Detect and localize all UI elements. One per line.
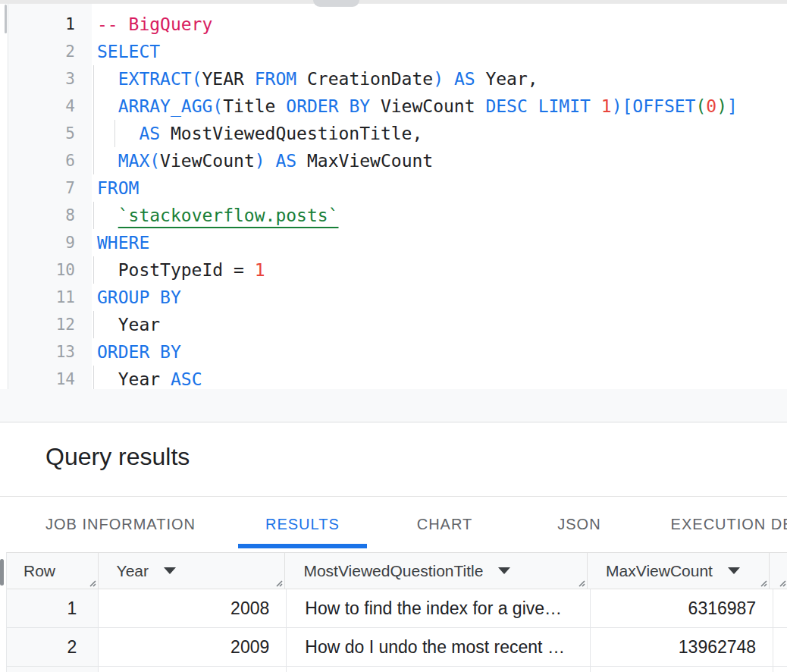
resize-grip-icon[interactable] [575, 576, 585, 587]
code-token: Title [223, 96, 275, 116]
column-header-mostviewedquestiontitle[interactable]: MostViewedQuestionTitle [285, 553, 588, 589]
table-row-partial [7, 667, 787, 672]
code-token: GROUP BY [97, 287, 181, 307]
line-number: 8 [8, 202, 92, 229]
results-tabs-bar: JOB INFORMATIONRESULTSCHARTJSONEXECUTION… [0, 496, 787, 552]
line-number: 1 [8, 11, 92, 38]
code-token: ORDER BY [97, 342, 181, 362]
indent-guide [93, 65, 94, 93]
tab-label: EXECUTION DETAILS [671, 516, 787, 533]
indent-guide [93, 366, 94, 389]
code-token: OFFSET [632, 96, 695, 116]
resize-grip-icon[interactable] [757, 576, 767, 587]
column-header-row[interactable]: Row [7, 553, 99, 589]
line-number: 7 [8, 174, 92, 202]
code-token [244, 69, 255, 89]
column-header-maxviewcount[interactable]: MaxViewCount [588, 553, 770, 589]
tab-results[interactable]: RESULTS [238, 497, 367, 552]
code-token: ORDER BY [286, 96, 370, 116]
code-line[interactable]: WHERE [92, 229, 787, 256]
sort-dropdown-arrow-icon[interactable] [164, 567, 176, 574]
code-token: WHERE [97, 233, 149, 253]
table-cell-overflow [773, 628, 787, 666]
tab-chart[interactable]: CHART [390, 497, 500, 552]
code-token: ] [727, 96, 738, 116]
table-cell: How to find the index for a give… [287, 589, 591, 627]
code-token: ViewCount [370, 96, 475, 116]
code-line[interactable]: MAX(ViewCount) AS MaxViewCount [92, 147, 787, 174]
code-line[interactable]: PostTypeId = 1 [92, 256, 787, 284]
editor-horizontal-scrollbar-thumb[interactable] [313, 0, 359, 7]
code-token: ViewCount [160, 151, 255, 171]
editor-vertical-scrollbar-thumb[interactable] [5, 5, 7, 33]
code-line[interactable]: Year [92, 311, 787, 338]
line-number: 3 [8, 65, 92, 93]
line-number: 9 [8, 229, 92, 256]
table-cell-overflow [773, 589, 787, 627]
tab-job-information[interactable]: JOB INFORMATION [18, 497, 223, 552]
editor-vertical-scrollbar[interactable] [0, 4, 8, 389]
code-token: MAX [118, 151, 150, 171]
code-token: AS [139, 124, 160, 143]
indent-guide [93, 120, 94, 147]
resize-grip-icon[interactable] [272, 576, 283, 587]
code-token: YEAR [202, 69, 244, 89]
code-token: Year [97, 369, 171, 389]
line-number: 4 [8, 93, 92, 120]
code-line[interactable]: Year ASC [92, 366, 787, 389]
table-cell: 2009 [99, 628, 287, 666]
code-line[interactable]: ARRAY_AGG(Title ORDER BY ViewCount DESC … [92, 93, 787, 120]
tab-label: RESULTS [265, 516, 340, 533]
column-header-label: MostViewedQuestionTitle [303, 562, 483, 580]
code-line[interactable]: `stackoverflow.posts` [92, 202, 787, 229]
code-token: ( [149, 151, 160, 171]
code-line[interactable]: GROUP BY [92, 284, 787, 311]
code-token: ( [212, 96, 223, 116]
code-area[interactable]: -- BigQuerySELECT EXTRACT(YEAR FROM Crea… [92, 4, 787, 389]
tab-label: JSON [557, 516, 600, 533]
resize-grip-icon[interactable] [86, 576, 96, 587]
line-number: 12 [8, 311, 92, 338]
code-line[interactable]: AS MostViewedQuestionTitle, [92, 120, 787, 147]
table-reference-link[interactable]: `stackoverflow.posts` [118, 206, 339, 225]
table-cell: 2008 [99, 589, 287, 627]
code-token [475, 96, 486, 116]
results-table-header: RowYearMostViewedQuestionTitleMaxViewCou… [7, 553, 787, 589]
code-token [97, 96, 118, 116]
line-number-gutter: 1234567891011121314 [8, 4, 92, 389]
code-token: ) [433, 69, 444, 89]
code-line[interactable]: EXTRACT(YEAR FROM CreationDate) AS Year, [92, 65, 787, 93]
line-number: 10 [8, 256, 92, 284]
code-token [591, 96, 601, 116]
code-token: FROM [255, 69, 296, 89]
code-token: ( [192, 69, 202, 89]
line-number: 2 [8, 38, 92, 65]
code-token: MostViewedQuestionTitle, [160, 124, 422, 143]
code-token: Year [97, 315, 160, 334]
results-vertical-scrollbar-thumb[interactable] [0, 559, 4, 586]
table-cell: 6316987 [591, 589, 773, 627]
code-line[interactable]: SELECT [92, 38, 787, 65]
line-number: 14 [8, 366, 92, 389]
code-line[interactable]: ORDER BY [92, 338, 787, 366]
sql-code-editor[interactable]: 1234567891011121314 -- BigQuerySELECT EX… [0, 4, 787, 389]
code-token [265, 151, 276, 171]
table-cell: How do I undo the most recent … [287, 628, 591, 666]
table-cell: 13962748 [591, 628, 773, 666]
sort-dropdown-arrow-icon[interactable] [498, 567, 510, 574]
tab-label: JOB INFORMATION [45, 516, 196, 533]
column-header-year[interactable]: Year [99, 553, 286, 589]
table-cell [99, 667, 287, 672]
indent-guide [114, 120, 115, 147]
resize-grip-icon[interactable] [776, 576, 786, 587]
sort-dropdown-arrow-icon[interactable] [728, 567, 740, 574]
code-token [444, 69, 454, 89]
line-number: 6 [8, 147, 92, 174]
code-line[interactable]: FROM [92, 174, 787, 202]
results-table-body: 12008How to find the index for a give…63… [7, 589, 787, 672]
table-row: 12008How to find the index for a give…63… [7, 589, 787, 628]
tab-json[interactable]: JSON [530, 497, 628, 552]
code-token: ) [716, 96, 727, 116]
tab-execution-details[interactable]: EXECUTION DETAILS [644, 497, 787, 552]
code-line[interactable]: -- BigQuery [92, 11, 787, 38]
